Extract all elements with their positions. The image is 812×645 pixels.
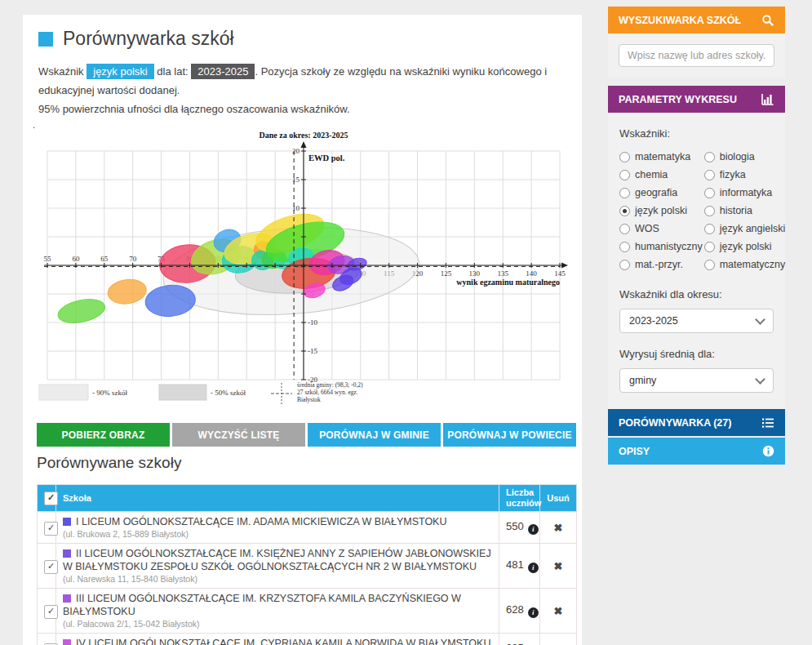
descriptions-header[interactable]: OPISY (608, 438, 785, 465)
radio-icon[interactable] (704, 188, 715, 198)
indicator-radio-label: biologia (720, 151, 755, 162)
radio-icon[interactable] (704, 224, 715, 234)
indicator-radio-10[interactable]: historia (704, 202, 786, 220)
school-name[interactable]: II LICEUM OGÓLNOKSZTAŁCĄCE IM. KSIĘŻNEJ … (63, 547, 492, 573)
svg-text:- 90% szkół: - 90% szkół (92, 389, 127, 397)
remove-school-button[interactable]: ✖ (540, 589, 577, 634)
period-select[interactable]: 2023-2025 (619, 309, 774, 333)
period-label: Wskaźniki dla okresu: (619, 288, 774, 300)
indicator-radio-1[interactable]: chemia (619, 166, 703, 184)
table-row: ✓IV LICEUM OGÓLNOKSZTAŁCĄCE IM. CYPRIANA… (38, 634, 577, 645)
remove-school-button[interactable]: ✖ (540, 634, 577, 645)
info-icon[interactable]: i (528, 607, 539, 618)
indicator-radio-12[interactable]: język polski (704, 238, 786, 256)
school-address: (ul. Narewska 11, 15-840 Białystok) (63, 574, 492, 585)
intro-line-1: Wskaźnik język polski dla lat: 2023-2025… (38, 62, 569, 100)
indicator-radio-11[interactable]: język angielski (704, 220, 786, 238)
svg-text:15: 15 (292, 176, 300, 184)
svg-text:130: 130 (469, 269, 481, 278)
years-badge: 2023-2025 (191, 64, 255, 79)
compare-in-powiat-button[interactable]: PORÓWNAJ W POWIECIE (443, 423, 576, 447)
svg-text:135: 135 (497, 269, 508, 278)
column-remove: Usuń (540, 485, 577, 512)
svg-text:55: 55 (44, 255, 52, 263)
indicators-label: Wskaźniki: (619, 127, 774, 140)
chart-params-header[interactable]: PARAMETRY WYKRESU (608, 86, 785, 113)
radio-icon[interactable] (619, 242, 630, 252)
svg-text:-10: -10 (308, 318, 317, 327)
main-panel: Porównywarka szkół Wskaźnik język polski… (23, 15, 582, 645)
school-color-square (63, 639, 71, 645)
svg-text:140: 140 (526, 269, 537, 278)
indicator-radio-7[interactable]: biologia (704, 148, 786, 166)
radio-icon[interactable] (619, 224, 630, 234)
comparer-header[interactable]: PORÓWNYWARKA (27) (608, 409, 785, 436)
mean-select[interactable]: gminy (619, 368, 774, 393)
indicator-radio-5[interactable]: humanistyczny (619, 238, 703, 256)
table-row: ✓I LICEUM OGÓLNOKSZTAŁCĄCE IM. ADAMA MIC… (38, 512, 577, 544)
radio-icon[interactable] (704, 152, 715, 162)
mean-select-value: gminy (629, 375, 656, 386)
svg-text:27 szkół, 6664 wyn. egz.: 27 szkół, 6664 wyn. egz. (297, 389, 358, 396)
row-checkbox[interactable]: ✓ (44, 605, 58, 619)
info-icon[interactable]: i (528, 563, 539, 573)
school-name[interactable]: I LICEUM OGÓLNOKSZTAŁCĄCE IM. ADAMA MICK… (63, 515, 492, 528)
indicator-radio-label: humanistyczny (635, 241, 703, 252)
row-checkbox[interactable]: ✓ (44, 522, 58, 536)
radio-icon[interactable] (704, 260, 715, 270)
page-title-row: Porównywarka szkół (38, 28, 234, 50)
indicator-radio-label: język angielski (720, 223, 786, 234)
clear-list-button[interactable]: WYCZYŚĆ LISTĘ (172, 423, 305, 447)
svg-text:125: 125 (441, 269, 452, 278)
indicator-radio-group: matematykachemiageografiajęzyk polskiWOS… (619, 148, 774, 274)
compare-in-gmina-button[interactable]: PORÓWNAJ W GMINIE (308, 423, 441, 447)
indicator-radio-2[interactable]: geografia (619, 184, 703, 202)
indicator-radio-label: geografia (635, 187, 677, 198)
indicator-radio-3[interactable]: język polski (619, 202, 703, 220)
indicator-radio-label: historia (720, 205, 752, 216)
remove-school-button[interactable]: ✖ (540, 512, 577, 544)
svg-text:10: 10 (292, 204, 300, 212)
student-count-cell: 550i (499, 512, 540, 544)
row-checkbox[interactable]: ✓ (44, 560, 58, 574)
radio-icon[interactable] (704, 206, 715, 216)
radio-selected-icon[interactable] (619, 206, 630, 216)
student-count-cell: 628i (499, 589, 540, 634)
download-image-button[interactable]: POBIERZ OBRAZ (37, 423, 170, 447)
school-name[interactable]: IV LICEUM OGÓLNOKSZTAŁCĄCE IM. CYPRIANA … (63, 637, 492, 645)
indicator-radio-9[interactable]: informatyka (704, 184, 786, 202)
chevron-down-icon (755, 374, 765, 385)
indicator-radio-8[interactable]: fizyka (704, 166, 786, 184)
toolbar: POBIERZ OBRAZ WYCZYŚĆ LISTĘ PORÓWNAJ W G… (37, 423, 576, 447)
radio-icon[interactable] (619, 170, 630, 180)
radio-icon[interactable] (704, 170, 715, 180)
remove-school-button[interactable]: ✖ (540, 544, 577, 589)
svg-text:-15: -15 (308, 347, 317, 355)
school-color-square (63, 549, 71, 558)
radio-icon[interactable] (704, 242, 715, 252)
school-search-header[interactable]: WYSZUKIWARKA SZKÓŁ (608, 7, 785, 33)
select-all-checkbox[interactable]: ✓ (44, 492, 58, 505)
info-icon (762, 445, 774, 457)
school-search-panel (608, 33, 785, 78)
bar-chart-icon (761, 93, 774, 105)
indicator-radio-13[interactable]: matematyczny (704, 256, 786, 274)
compared-schools-heading: Porównywane szkoły (37, 454, 181, 472)
indicator-radio-label: język polski (720, 241, 772, 252)
info-icon[interactable]: i (528, 524, 539, 535)
svg-text:20: 20 (292, 147, 300, 155)
ewd-chart: 5560657075808590951051101151201251301351… (33, 129, 581, 413)
school-search-input[interactable] (619, 44, 774, 67)
school-name[interactable]: III LICEUM OGÓLNOKSZTAŁCĄCE IM. KRZYSZTO… (63, 592, 492, 618)
radio-icon[interactable] (619, 152, 630, 162)
intro-block: Wskaźnik język polski dla lat: 2023-2025… (38, 62, 569, 118)
table-row: ✓III LICEUM OGÓLNOKSZTAŁCĄCE IM. KRZYSZT… (38, 589, 577, 634)
indicator-radio-4[interactable]: WOS (619, 220, 703, 238)
indicator-radio-6[interactable]: mat.-przyr. (619, 256, 703, 274)
indicator-radio-0[interactable]: matematyka (619, 148, 703, 166)
chevron-down-icon (755, 314, 765, 325)
radio-icon[interactable] (619, 260, 630, 270)
column-school: Szkoła (56, 485, 499, 512)
radio-icon[interactable] (619, 188, 630, 198)
indicator-radio-label: WOS (635, 223, 659, 234)
